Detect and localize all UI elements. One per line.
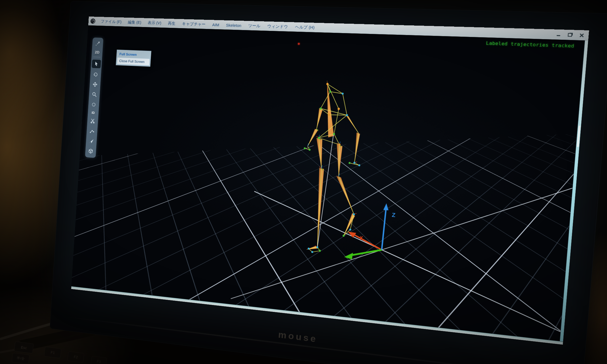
menu-item-close-full-screen[interactable]: Close Full Screen <box>117 57 150 66</box>
window-controls <box>556 33 589 38</box>
paper-plane-icon <box>89 138 94 144</box>
view-angle-button[interactable] <box>93 40 102 48</box>
mode-2d-button[interactable]: 2D <box>95 50 100 55</box>
rotate-icon <box>93 71 99 77</box>
key-hankaku: 半/全 <box>12 353 30 364</box>
y-axis <box>350 247 382 258</box>
toolbar-divider <box>93 57 100 57</box>
orbit-button[interactable] <box>89 100 98 109</box>
menu-edit[interactable]: 編集 (E) <box>124 20 145 25</box>
rotate-button[interactable] <box>91 70 100 79</box>
link-button[interactable] <box>88 127 96 135</box>
id-labels-button[interactable]: ID <box>92 111 95 115</box>
menu-skeleton[interactable]: Skeleton <box>222 23 245 28</box>
z-axis-label: Z <box>392 212 396 218</box>
magnifier-icon <box>92 92 97 98</box>
cube-icon <box>88 148 93 154</box>
key-label: F2 <box>73 355 78 359</box>
restore-icon[interactable] <box>567 33 573 37</box>
menu-window[interactable]: ウィンドウ <box>264 23 292 30</box>
skeleton-bones <box>300 80 365 254</box>
pan-button[interactable] <box>91 80 100 89</box>
menu-file[interactable]: ファイル (F) <box>98 19 125 25</box>
key-label: 半/全 <box>16 355 25 361</box>
fly-button[interactable] <box>87 137 95 145</box>
laptop-screen: mouse ファイル (F) 編集 (E) 表示 (V) 再生 キャプチャー A… <box>71 17 589 345</box>
pan-move-icon <box>92 81 98 87</box>
minimize-icon[interactable] <box>556 33 561 37</box>
3d-viewport[interactable]: X Z <box>71 25 588 345</box>
select-cursor-button[interactable] <box>92 60 101 68</box>
menu-help[interactable]: ヘルプ (H) <box>291 24 318 30</box>
menu-view[interactable]: 表示 (V) <box>144 20 165 26</box>
view-angle-icon <box>95 41 101 47</box>
z-axis-arrow <box>383 203 389 210</box>
cube-button[interactable] <box>86 147 95 155</box>
menu-capture[interactable]: キャプチャー <box>179 21 209 27</box>
zoom-button[interactable] <box>90 90 99 99</box>
x-axis <box>352 234 383 250</box>
view-context-menu: Full Screen Close Full Screen <box>116 50 151 67</box>
link-markers-icon <box>89 128 95 134</box>
key-f1: F1 <box>44 347 62 358</box>
z-axis <box>382 208 386 250</box>
cursor-icon <box>94 61 99 67</box>
orbit-icon <box>91 101 97 108</box>
markers <box>296 82 366 257</box>
app-window: ファイル (F) 編集 (E) 表示 (V) 再生 キャプチャー AIM Ske… <box>71 17 589 345</box>
menu-aim[interactable]: AIM <box>209 22 223 27</box>
photo-scene: Esc 半/全 F1 F2 F3 mouse ファイル (F) 編集 (E) 表… <box>0 0 607 364</box>
marker-links <box>297 83 365 256</box>
mocap-skeleton <box>296 80 367 257</box>
key-f2: F2 <box>67 351 84 363</box>
cut-button[interactable] <box>88 117 97 125</box>
key-label: Esc <box>21 345 27 350</box>
key-label: F3 <box>97 359 101 364</box>
scissors-icon <box>90 118 96 124</box>
menu-playback[interactable]: 再生 <box>164 21 179 26</box>
menu-tools[interactable]: ツール <box>245 23 264 29</box>
close-icon[interactable] <box>579 33 584 38</box>
app-logo-icon <box>90 18 95 24</box>
key-label: F1 <box>50 350 55 355</box>
y-axis-arrow <box>344 252 353 259</box>
